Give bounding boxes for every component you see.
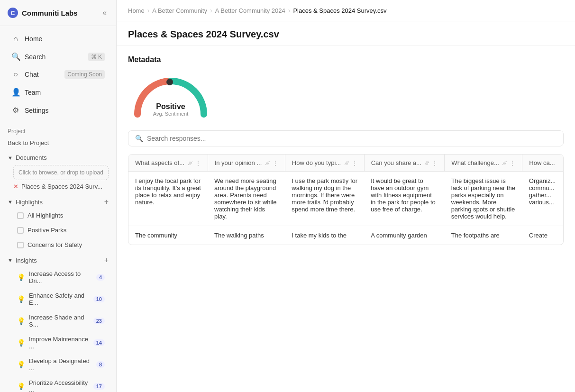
highlight-positive-parks[interactable]: Positive Parks (4, 223, 112, 237)
sidebar-item-team[interactable]: 👤 Team (4, 83, 112, 101)
insight-accessibility[interactable]: 💡 Prioritize Accessibility ... 17 (4, 376, 112, 392)
file-name: Places & Spaces 2024 Surv... (21, 183, 102, 190)
sidebar-item-label: Home (25, 35, 42, 43)
insight-designated[interactable]: 💡 Develop a Designated ... 8 (4, 354, 112, 375)
settings-icon: ⚙ (11, 106, 20, 115)
breadcrumb-community[interactable]: A Better Community (152, 7, 207, 14)
col-label: What aspects of... (135, 159, 184, 166)
highlight-dot-icon (17, 212, 24, 219)
filter-icon[interactable]: ⫻ (344, 160, 350, 166)
filter-icon[interactable]: ⫻ (188, 160, 193, 166)
col-menu-icon[interactable]: ⋮ (273, 160, 278, 166)
filter-icon[interactable]: ⫻ (424, 160, 430, 166)
add-insight-button[interactable]: + (104, 256, 109, 264)
collapse-button[interactable]: « (100, 7, 109, 19)
highlight-dot-icon (17, 242, 24, 248)
breadcrumb-2024[interactable]: A Better Community 2024 (215, 7, 285, 14)
search-bar[interactable]: 🔍 (128, 130, 564, 146)
insight-badge: 23 (93, 318, 105, 324)
sidebar-item-label: Settings (25, 107, 49, 114)
file-item[interactable]: ✕ Places & Spaces 2024 Surv... (13, 180, 109, 190)
insights-section[interactable]: ▼ Insights + (0, 252, 116, 266)
insight-badge: 8 (96, 361, 105, 368)
insight-bulb-icon: 💡 (17, 317, 25, 325)
sidebar-item-home[interactable]: ⌂ Home (4, 30, 112, 47)
col-label: How ca... (529, 159, 555, 166)
upload-dropzone[interactable]: Click to browse, or drop to upload (13, 165, 109, 180)
chevron-down-icon: ▼ (8, 199, 13, 205)
col-header-4: Can you share a... ⫻ ⋮ (364, 155, 445, 172)
insight-safety[interactable]: 💡 Enhance Safety and E... 10 (4, 289, 112, 310)
add-highlight-button[interactable]: + (104, 198, 109, 206)
documents-section[interactable]: ▼ Documents (0, 150, 116, 163)
highlight-label: Concerns for Safety (27, 241, 82, 248)
cell-2-5: The footpaths are (445, 226, 522, 245)
insight-bulb-icon: 💡 (17, 273, 25, 281)
col-label: Can you share a... (371, 159, 421, 166)
search-icon: 🔍 (135, 135, 143, 142)
highlight-label: All Highlights (27, 212, 63, 219)
back-to-project[interactable]: Back to Project (0, 137, 116, 150)
insight-access[interactable]: 💡 Increase Access to Dri... 4 (4, 267, 112, 288)
page-header: Places & Spaces 2024 Survey.csv (117, 21, 575, 46)
sidebar-item-chat[interactable]: ○ Chat Coming Soon (4, 66, 112, 83)
home-icon: ⌂ (11, 35, 20, 43)
highlights-label: Highlights (16, 199, 43, 206)
highlight-label: Positive Parks (27, 227, 66, 234)
insight-shade[interactable]: 💡 Increase Shade and S... 23 (4, 310, 112, 331)
gauge-chart: Positive Avg. Sentiment (128, 72, 213, 119)
insight-label: Increase Shade and S... (29, 314, 90, 328)
insight-badge: 4 (96, 274, 105, 281)
brand-name: Communiti Labs (22, 9, 78, 17)
sidebar-item-settings[interactable]: ⚙ Settings (4, 101, 112, 119)
chevron-down-icon: ▼ (8, 257, 13, 263)
breadcrumb-sep: › (288, 7, 291, 14)
gauge-value-label: Positive (153, 102, 188, 111)
highlight-all[interactable]: All Highlights (4, 209, 112, 222)
insights-section-left: ▼ Insights (8, 257, 37, 264)
breadcrumb-home[interactable]: Home (128, 7, 145, 14)
file-icon: ✕ (13, 183, 18, 190)
highlights-section[interactable]: ▼ Highlights + (0, 194, 116, 208)
documents-label: Documents (16, 154, 47, 161)
table-row: The community The walking paths I take m… (128, 226, 563, 245)
col-label: What challenge... (451, 159, 499, 166)
col-label: In your opinion ... (215, 159, 262, 166)
cell-2-1: The community (128, 226, 208, 245)
cell-1-3: I use the park mostly for walking my dog… (285, 172, 364, 226)
insight-label: Enhance Safety and E... (29, 292, 90, 306)
chat-icon: ○ (11, 70, 20, 79)
insight-bulb-icon: 💡 (17, 383, 25, 390)
highlight-concerns[interactable]: Concerns for Safety (4, 238, 112, 252)
filter-icon[interactable]: ⫻ (502, 160, 508, 166)
cell-1-5: The biggest issue is lack of parking nea… (445, 172, 522, 226)
gauge-needle (166, 79, 173, 85)
sidebar-item-label: Team (25, 89, 41, 96)
col-menu-icon[interactable]: ⋮ (432, 160, 438, 166)
col-menu-icon[interactable]: ⋮ (352, 160, 357, 166)
breadcrumb: Home › A Better Community › A Better Com… (117, 0, 575, 21)
chat-coming-soon: Coming Soon (64, 70, 105, 79)
breadcrumb-sep: › (210, 7, 212, 14)
search-input[interactable] (147, 135, 557, 142)
table: What aspects of... ⫻ ⋮ In your opinion .… (128, 155, 563, 245)
gauge-sub-label: Avg. Sentiment (153, 111, 188, 117)
col-label: How do you typi... (292, 159, 341, 166)
chevron-down-icon: ▼ (8, 155, 13, 161)
col-header-5: What challenge... ⫻ ⋮ (445, 155, 522, 172)
insight-bulb-icon: 💡 (17, 339, 25, 346)
content-area: Metadata Positive Avg. Sentiment (117, 46, 575, 392)
cell-2-6: Create (522, 226, 563, 245)
sidebar-item-search[interactable]: 🔍 Search ⌘ K (4, 48, 112, 65)
upload-area: Click to browse, or drop to upload ✕ Pla… (0, 163, 116, 194)
insight-label: Improve Maintenance ... (29, 336, 90, 350)
gauge-text: Positive Avg. Sentiment (153, 102, 188, 117)
brand: C Communiti Labs (8, 8, 78, 18)
team-icon: 👤 (11, 88, 20, 97)
col-menu-icon[interactable]: ⋮ (510, 160, 515, 166)
col-header-2: In your opinion ... ⫻ ⋮ (208, 155, 285, 172)
project-label: Project (0, 123, 116, 137)
col-menu-icon[interactable]: ⋮ (195, 160, 201, 166)
filter-icon[interactable]: ⫻ (265, 160, 271, 166)
insight-maintenance[interactable]: 💡 Improve Maintenance ... 14 (4, 332, 112, 353)
